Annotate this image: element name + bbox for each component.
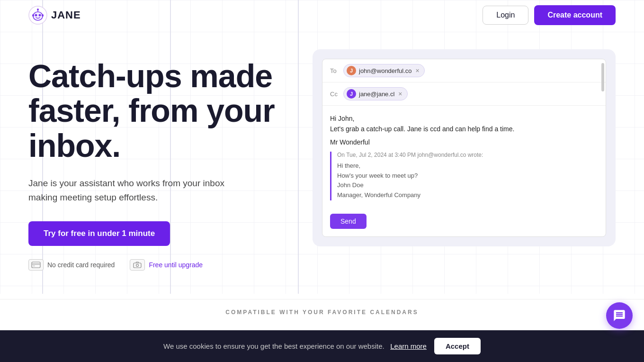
email-body: Hi John, Let's grab a catch-up call. Jan… [322, 106, 606, 208]
email-quoted-sig1: John Doe [337, 181, 587, 190]
cc-chip[interactable]: J jane@jane.cl × [343, 87, 408, 100]
to-email: john@wonderful.co [359, 67, 411, 74]
to-chip-remove[interactable]: × [415, 67, 419, 74]
email-quote-meta: On Tue, Jul 2, 2024 at 3:40 PM john@wond… [337, 152, 587, 158]
to-label: To [330, 67, 343, 74]
badge-free: Free until upgrade [130, 259, 203, 271]
email-to-row: To J john@wonderful.co × [322, 59, 606, 82]
compatible-label: COMPATIBLE WITH YOUR FAVORITE CALENDARS [28, 309, 616, 316]
svg-rect-8 [32, 14, 34, 17]
svg-point-6 [35, 14, 37, 17]
svg-rect-13 [32, 263, 40, 265]
chat-icon [613, 309, 626, 322]
email-quote: On Tue, Jul 2, 2024 at 3:40 PM john@wond… [330, 152, 587, 200]
logo-icon [28, 6, 47, 25]
hero-right: To J john@wonderful.co × Cc J [313, 49, 616, 246]
email-quoted-line1: Hi there, [337, 161, 587, 171]
email-card: To J john@wonderful.co × Cc J [322, 59, 606, 237]
to-avatar: J [347, 66, 356, 75]
badges: No credit card required Free until upgra… [28, 259, 294, 271]
accept-button[interactable]: Accept [434, 338, 481, 354]
email-quoted-sig2: Manager, Wonderful Company [337, 190, 587, 200]
hero-section: Catch-ups made faster, from your inbox. … [0, 30, 644, 299]
learn-more-link[interactable]: Learn more [390, 342, 427, 350]
email-greeting: Hi John, [330, 113, 587, 124]
cookie-message: We use cookies to ensure you get the bes… [163, 342, 385, 350]
logo-text: JANE [51, 9, 81, 21]
cookie-banner: We use cookies to ensure you get the bes… [0, 330, 644, 362]
svg-point-16 [136, 264, 139, 267]
svg-point-5 [33, 12, 43, 20]
email-cc-row: Cc J jane@jane.cl × [322, 82, 606, 106]
svg-point-7 [39, 14, 41, 17]
email-body-name: Mr Wonderful [330, 138, 587, 146]
camera-icon [130, 259, 145, 271]
hero-headline: Catch-ups made faster, from your inbox. [28, 59, 294, 163]
scrollbar[interactable] [600, 59, 606, 236]
badge-free-text: Free until upgrade [149, 261, 203, 269]
cc-label: Cc [330, 90, 343, 98]
badge-no-credit-card: No credit card required [28, 259, 115, 271]
svg-rect-12 [32, 262, 40, 268]
hero-left: Catch-ups made faster, from your inbox. … [28, 49, 294, 271]
navbar: JANE Login Create account [0, 0, 644, 30]
svg-rect-9 [42, 14, 44, 17]
email-body-line1: Let's grab a catch-up call. Jane is ccd … [330, 124, 587, 134]
svg-rect-15 [134, 263, 141, 268]
cc-email: jane@jane.cl [359, 90, 394, 98]
email-card-outer: To J john@wonderful.co × Cc J [313, 49, 616, 246]
to-chips: J john@wonderful.co × [343, 64, 425, 77]
email-footer: Send [322, 208, 606, 236]
send-button[interactable]: Send [330, 214, 367, 229]
to-chip[interactable]: J john@wonderful.co × [343, 64, 425, 77]
login-button[interactable]: Login [483, 6, 528, 25]
credit-card-icon [28, 259, 44, 271]
svg-rect-14 [33, 266, 35, 267]
cc-chips: J jane@jane.cl × [343, 87, 408, 100]
cc-chip-remove[interactable]: × [398, 90, 402, 97]
hero-subtext: Jane is your assistant who works from yo… [28, 176, 232, 204]
email-quoted-line2: How's your week to meet up? [337, 171, 587, 181]
try-free-button[interactable]: Try for free in under 1 minute [28, 221, 170, 246]
scroll-thumb [601, 63, 604, 91]
badge-no-cc-text: No credit card required [47, 261, 115, 269]
svg-point-11 [37, 9, 39, 10]
logo[interactable]: JANE [28, 6, 81, 25]
nav-actions: Login Create account [483, 5, 616, 25]
cookie-text: We use cookies to ensure you get the bes… [163, 342, 427, 350]
create-account-button[interactable]: Create account [534, 5, 616, 25]
chat-bubble-button[interactable] [606, 302, 633, 329]
cc-avatar: J [347, 89, 356, 99]
